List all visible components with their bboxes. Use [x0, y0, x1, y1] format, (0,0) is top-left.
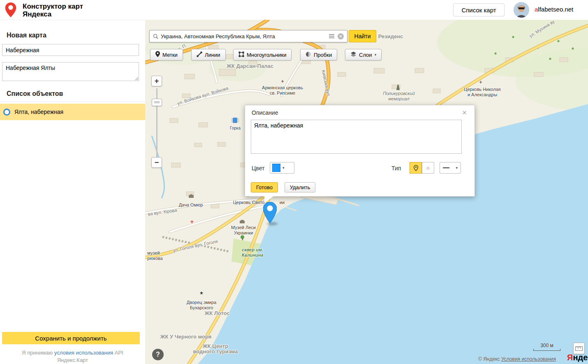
done-button[interactable]: Готово	[251, 182, 278, 192]
line-style-select[interactable]: — ▾	[440, 162, 461, 174]
tool-polygons-button[interactable]: Многоугольники	[233, 49, 292, 60]
zoom-in-button[interactable]: +	[151, 76, 162, 86]
clear-search-icon[interactable]: ×	[338, 33, 344, 39]
star-icon: ★	[199, 290, 204, 296]
delete-button[interactable]: Удалить	[285, 182, 315, 192]
map-label-district: Резиденс	[378, 34, 403, 39]
map-label-district: ЖК Центрводного туризма	[193, 343, 238, 354]
attribution: © Яндекс Условия использования	[478, 356, 556, 362]
ruler-button[interactable]	[573, 343, 585, 354]
terms-text: Я принимаю условия использования API Янд…	[0, 349, 145, 364]
close-icon[interactable]: ×	[462, 109, 467, 116]
map-label-district: ЖК Дарсан-Палас	[227, 63, 273, 69]
find-button[interactable]: Найти	[349, 30, 376, 42]
map-label-palace: Дворец эмираБухарского	[187, 300, 216, 311]
app-header: Конструктор карт Яндекса Список карт alf…	[0, 0, 588, 20]
zoom-out-button[interactable]: −	[151, 157, 162, 168]
type-circle-button[interactable]: ○	[422, 162, 434, 174]
placemark-balloon: Описание × Ялта, набережная Цвет ▾ Тип ○…	[245, 105, 475, 197]
help-button[interactable]: ?	[152, 349, 164, 360]
description-input[interactable]: Ялта, набережная	[251, 120, 462, 154]
map-label-church-fragment: ии	[280, 200, 285, 205]
maps-list-button[interactable]: Список карт	[453, 3, 505, 16]
tool-traffic-button[interactable]: Пробки	[300, 49, 337, 60]
color-label: Цвет	[252, 165, 264, 172]
ruler-icon	[575, 346, 583, 351]
terms-link[interactable]: условия использования	[54, 350, 113, 356]
pin-type-icon	[414, 165, 418, 171]
chevron-down-icon: ▾	[456, 166, 458, 170]
sidebar: Новая карта Набережная Ялты Список объек…	[0, 20, 145, 364]
polygon-icon	[238, 51, 244, 58]
description-label: Описание	[252, 109, 278, 116]
object-list-item[interactable]: Ялта, набережная	[0, 104, 145, 120]
church-cross-icon: +	[479, 79, 482, 85]
chevron-down-icon: ▾	[375, 53, 377, 57]
map-label-poi: Армянская церковьсв. Рипсиме	[262, 85, 303, 96]
map-label-district: ЖК У Черного моря	[160, 334, 212, 339]
search-icon	[153, 34, 158, 39]
map-label-memorial: Поликуровскиймемориал	[383, 91, 415, 102]
map-canvas[interactable]: ЖК Дарсан-Палас Армянская церковьсв. Рип…	[145, 20, 588, 364]
objects-heading: Список объектов	[7, 90, 63, 97]
map-label-district: ЖК Лотос	[204, 311, 229, 316]
divider	[0, 102, 145, 102]
tool-lines-button[interactable]: Линии	[191, 49, 226, 60]
app-title: Конструктор карт Яндекса	[23, 2, 83, 18]
placemark-circle-icon	[3, 109, 10, 116]
type-pin-button[interactable]	[410, 162, 422, 174]
scale-control: 300 м	[533, 343, 560, 351]
map-label-poi: Дача Омюр	[179, 202, 203, 208]
placemark-icon	[155, 51, 160, 58]
map-label-church: Церковь Николаяи Александры	[464, 87, 500, 97]
balloon-tail	[264, 196, 273, 203]
zoom-slider-handle[interactable]	[152, 99, 162, 106]
new-map-heading: Новая карта	[7, 32, 46, 39]
map-label-museum: музейрюкова	[147, 250, 162, 261]
placemark-marker[interactable]	[263, 202, 277, 225]
search-input[interactable]	[161, 33, 329, 39]
map-label-park: сквер им.Калинина	[242, 247, 264, 258]
chevron-down-icon: ▾	[282, 166, 285, 170]
tool-layers-button[interactable]: Слои ▾	[345, 49, 382, 60]
poi-badge-icon	[233, 118, 237, 123]
map-label-poi: Горка	[230, 125, 241, 131]
map-label-church: Церковь Свято	[233, 200, 265, 205]
avatar[interactable]	[514, 2, 529, 18]
scale-bar	[533, 349, 560, 351]
save-and-continue-button[interactable]: Сохранить и продолжить	[2, 332, 140, 344]
type-label: Тип	[391, 165, 401, 172]
map-label-museum: Музей ЛесиУкраинки	[231, 225, 256, 236]
map-name-input[interactable]	[2, 44, 139, 56]
layers-icon	[350, 51, 357, 58]
traffic-icon	[306, 51, 311, 58]
map-description-input[interactable]: Набережная Ялты	[2, 62, 139, 81]
church-cross-icon: +	[281, 79, 284, 84]
map-terms-link[interactable]: Условия использования	[501, 356, 556, 362]
tree-icon	[241, 235, 244, 239]
tool-placemarks-button[interactable]: Метки	[150, 49, 183, 60]
suggest-list-icon[interactable]	[329, 34, 334, 38]
line-icon	[197, 51, 202, 58]
line-style-icon: —	[443, 164, 449, 172]
yandex-logo: Яндекс	[567, 353, 588, 362]
color-select[interactable]: ▾	[270, 162, 294, 174]
medical-cross-icon: +	[190, 218, 194, 225]
color-swatch	[272, 164, 280, 172]
search-box: ×	[149, 30, 347, 42]
yandex-maps-logo-icon	[4, 2, 17, 19]
account-name[interactable]: alfabetseo.net	[535, 6, 573, 13]
object-label: Ялта, набережная	[14, 109, 63, 115]
